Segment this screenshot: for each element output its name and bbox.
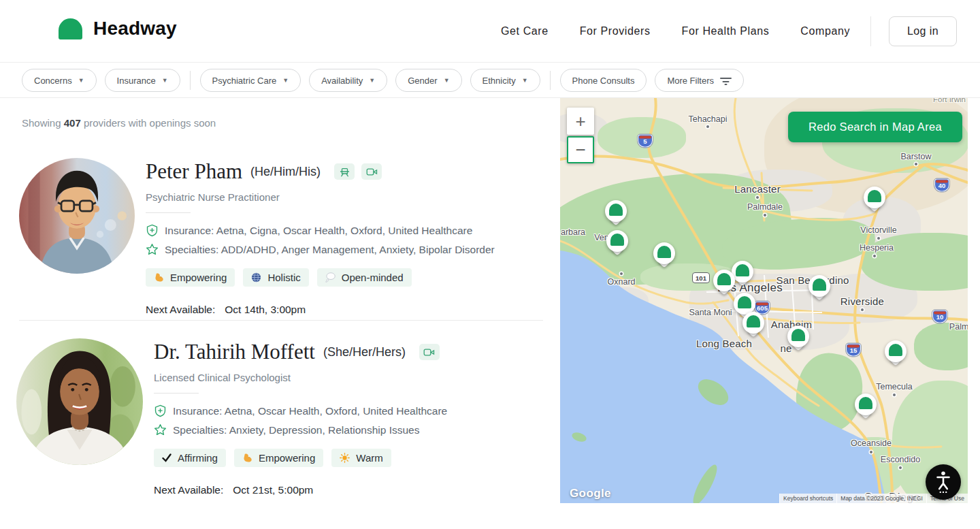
town-dot (756, 196, 759, 199)
map-label-barstow: Barstow (900, 152, 931, 161)
headway-logo[interactable]: Headway (59, 18, 177, 39)
badge-open-minded: Open-minded (317, 268, 412, 287)
insurance-list: Insurance: Aetna, Oscar Health, Oxford, … (173, 405, 447, 417)
map-label-palm-springs: Palm S (949, 322, 968, 332)
map-pin[interactable] (787, 325, 810, 355)
insurance-shield-icon (146, 224, 159, 237)
headway-wordmark: Headway (93, 18, 177, 39)
map-label-escondido: Escondido (881, 455, 920, 464)
interstate-10-shield-icon: 10 (932, 310, 947, 323)
provider-name[interactable]: Dr. Tahirih Moffett (154, 340, 315, 364)
interstate-40-shield-icon: 40 (934, 179, 949, 192)
peter-pham-portrait (19, 158, 135, 274)
map-label-riverside: Riverside (840, 295, 884, 307)
insurance-list: Insurance: Aetna, Cigna, Oscar Health, O… (165, 225, 472, 237)
google-map[interactable]: Fort Irwin Tehachapi Barstow Lancaster P… (560, 98, 968, 503)
globe-emoji (251, 272, 261, 283)
divider (146, 212, 191, 213)
map-label-lancaster: Lancaster (734, 183, 781, 195)
map-pin[interactable] (713, 270, 736, 300)
keyboard-shortcuts-link[interactable]: Keyboard shortcuts (779, 494, 836, 503)
google-logo[interactable]: Google (570, 487, 611, 500)
map-pin[interactable] (854, 394, 877, 423)
filter-lines-icon (720, 76, 732, 85)
town-dot (873, 255, 876, 257)
divider (154, 393, 199, 394)
provider-card: Dr. Tahirih Moffett (She/Her/Hers) Licen… (16, 338, 447, 496)
video-camera-icon (361, 163, 382, 180)
map-zoom-out-button[interactable]: − (567, 136, 594, 163)
filter-psychiatric-care[interactable]: Psychiatric Care▼ (200, 69, 301, 92)
thought-balloon-emoji (325, 272, 336, 283)
map-pin[interactable] (808, 275, 831, 305)
provider-card: Peter Pham (He/Him/His) Psychiatric (19, 158, 495, 316)
filter-more-filters[interactable]: More Filters (655, 69, 744, 92)
provider-photo[interactable] (16, 338, 143, 465)
site-header: Headway Get Care For Providers For Healt… (0, 0, 980, 63)
map-label-santa-monica: Santa Moni (689, 308, 732, 317)
login-button[interactable]: Log in (889, 16, 957, 46)
results-count-line: Showing 407 providers with openings soon (22, 117, 216, 129)
town-dot (861, 308, 864, 311)
provider-details: Dr. Tahirih Moffett (She/Her/Hers) Licen… (154, 338, 447, 496)
map-label-santa-barbara: arbara (561, 227, 585, 237)
map-pin[interactable] (604, 200, 627, 230)
specialties-star-icon (154, 423, 167, 436)
next-available: Next Available:Oct 14th, 3:00pm (146, 304, 495, 316)
personality-badges: Affirming Empowering Warm (154, 449, 447, 467)
provider-details: Peter Pham (He/Him/His) Psychiatric (146, 158, 495, 316)
map-pin[interactable] (884, 340, 907, 370)
map-label-temecula: Temecula (876, 382, 913, 391)
in-person-chair-icon (334, 163, 355, 180)
map-pin[interactable] (863, 187, 886, 217)
filter-gender[interactable]: Gender▼ (395, 69, 461, 92)
sun-emoji (340, 453, 350, 463)
video-camera-icon (419, 344, 440, 360)
tahirih-moffett-portrait (16, 338, 143, 465)
map-label-victorville: Victorville (860, 225, 896, 235)
badge-empowering: Empowering (234, 449, 323, 467)
chevron-down-icon: ▼ (444, 77, 450, 84)
chevron-down-icon: ▼ (522, 77, 528, 84)
provider-pronouns: (He/Him/His) (250, 165, 321, 179)
map-label-fort-irwin: Fort Irwin (933, 98, 966, 103)
filter-divider (550, 71, 551, 90)
provider-photo[interactable] (19, 158, 135, 274)
map-zoom-in-button[interactable]: + (567, 108, 594, 135)
nav-get-care[interactable]: Get Care (501, 25, 549, 37)
insurance-shield-icon (154, 404, 167, 417)
nav-for-providers[interactable]: For Providers (580, 25, 651, 37)
map-pin[interactable] (742, 312, 765, 342)
provider-name[interactable]: Peter Pham (146, 159, 242, 184)
nav-divider (870, 16, 871, 46)
redo-search-button[interactable]: Redo Search in Map Area (788, 112, 962, 142)
town-dot (764, 214, 766, 217)
nav-for-health-plans[interactable]: For Health Plans (682, 25, 770, 37)
town-dot (893, 394, 896, 396)
results-count: 407 (64, 117, 81, 129)
filter-divider (190, 71, 191, 90)
nav-company[interactable]: Company (800, 25, 850, 37)
badge-empowering: Empowering (146, 268, 235, 287)
accessibility-person-icon (934, 470, 953, 494)
badge-holistic: Holistic (243, 268, 308, 287)
chevron-down-icon: ▼ (78, 77, 84, 84)
personality-badges: Empowering Holistic Open-minded (146, 268, 495, 287)
town-dot (899, 466, 902, 469)
filter-availability[interactable]: Availability▼ (309, 69, 387, 92)
specialties-list: Specialties: ADD/ADHD, Anger Management,… (165, 244, 495, 256)
map-data-credit: Map data ©2023 Google, INEGI (836, 494, 926, 503)
map-pin[interactable] (606, 230, 629, 260)
filter-insurance[interactable]: Insurance▼ (105, 69, 180, 92)
chevron-down-icon: ▼ (369, 77, 375, 84)
provider-credential: Psychiatric Nurse Practitioner (146, 191, 495, 203)
filter-phone-consults[interactable]: Phone Consults (560, 69, 647, 92)
headway-provider-search-page: Headway Get Care For Providers For Healt… (0, 0, 980, 529)
town-dot (915, 163, 917, 165)
chevron-down-icon: ▼ (162, 77, 168, 84)
filter-concerns[interactable]: Concerns▼ (22, 69, 97, 92)
map-pin[interactable] (653, 242, 676, 272)
filter-ethnicity[interactable]: Ethnicity▼ (470, 69, 540, 92)
accessibility-widget-button[interactable] (926, 464, 961, 500)
headway-dome-icon (59, 18, 82, 39)
